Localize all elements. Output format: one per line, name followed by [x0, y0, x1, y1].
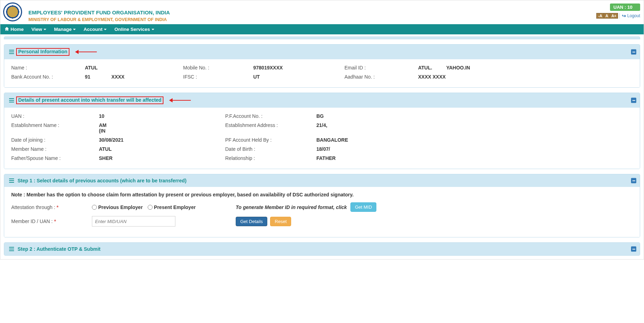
panel-step1: Step 1 : Select details of previous acco… — [4, 174, 640, 237]
main-nav: Home View Manage Account Online Services — [0, 24, 644, 34]
top-right-controls: -A A A+ ↪ Logout — [596, 13, 640, 19]
member-name-label: Member Name : — [11, 146, 88, 152]
nav-home[interactable]: Home — [5, 27, 24, 32]
org-subtitle: MINISTRY OF LABOUR & EMPLOYMENT, GOVERNM… — [28, 17, 167, 22]
uan-badge: UAN : 10 — [610, 4, 640, 11]
nav-view[interactable]: View — [32, 27, 47, 32]
radio-present-employer[interactable]: Present Employer — [148, 204, 196, 210]
mobile-label: Mobile No. : — [183, 65, 243, 70]
menu-icon — [9, 98, 14, 102]
nav-manage-label: Manage — [54, 27, 72, 32]
collapse-button[interactable] — [631, 98, 636, 103]
radio-present-employer-label: Present Employer — [154, 204, 196, 210]
est-name-value: AM (IN — [99, 122, 215, 134]
aadhaar-label: Aadhaar No. : — [344, 74, 408, 80]
nav-view-label: View — [32, 27, 42, 32]
father-spouse-value: SHER — [99, 155, 215, 161]
panel-step2: Step 2 : Authenticate OTP & Submit — [4, 242, 640, 256]
est-addr-label: Establishment Address : — [225, 122, 306, 134]
menu-icon — [9, 179, 14, 183]
est-name-label: Establishment Name : — [11, 122, 88, 134]
page-content: Personal Information Name : ATUL Mobile … — [0, 34, 644, 259]
chevron-down-icon — [73, 29, 76, 30]
dob-value: 18/07/ — [316, 146, 633, 152]
top-bar: EMPLOYEES' PROVIDENT FUND ORGANISATION, … — [0, 0, 644, 24]
est-addr-value: 21/4, — [316, 122, 633, 134]
menu-icon — [9, 247, 14, 251]
font-increase-button[interactable]: A+ — [610, 13, 618, 18]
member-id-label: Member ID / UAN : — [11, 218, 88, 224]
pf-label: P.F.Account No. : — [225, 113, 306, 119]
reset-button[interactable]: Reset — [270, 217, 291, 226]
home-icon — [5, 27, 9, 32]
ifsc-value: UT — [253, 74, 334, 80]
email-label: Email ID : — [344, 65, 408, 70]
ifsc-label: IFSC : — [183, 74, 243, 80]
get-mid-row: To generate Member ID in required format… — [236, 202, 633, 212]
attestation-row: Attestation through : Previous Employer … — [11, 202, 633, 212]
panel-step1-head[interactable]: Step 1 : Select details of previous acco… — [4, 174, 640, 187]
font-normal-button[interactable]: A — [604, 13, 610, 18]
bank-label: Bank Account No. : — [11, 74, 74, 80]
font-decrease-button[interactable]: -A — [597, 13, 604, 18]
highlight-arrow-icon — [169, 99, 191, 102]
uan-value: 10 — [99, 113, 215, 119]
logout-icon: ↪ — [622, 13, 626, 19]
dob-label: Date of Birth : — [225, 146, 306, 152]
member-id-input[interactable] — [92, 216, 175, 227]
highlight-arrow-icon — [75, 51, 97, 53]
panel-step2-title: Step 2 : Authenticate OTP & Submit — [18, 246, 100, 252]
member-name-value: ATUL — [99, 146, 215, 152]
get-mid-button[interactable]: Get MID — [350, 202, 376, 212]
bank-value: 91XXXX — [85, 74, 173, 80]
attestation-label: Attestation through : — [11, 204, 88, 210]
radio-present-employer-input[interactable] — [148, 205, 153, 210]
logout-label: Logout — [627, 13, 640, 18]
father-spouse-label: Father/Spouse Name : — [11, 155, 88, 161]
panel-personal-information: Personal Information Name : ATUL Mobile … — [4, 44, 640, 88]
email-value: ATUL.YAHOO.IN — [418, 65, 633, 70]
heldby-label: PF Account Held By : — [225, 137, 306, 143]
collapse-button[interactable] — [631, 247, 636, 252]
nav-online-services[interactable]: Online Services — [114, 27, 154, 32]
font-size-controls: -A A A+ — [596, 13, 618, 19]
get-details-button[interactable]: Get Details — [236, 217, 267, 226]
personal-grid: Name : ATUL Mobile No. : 978019XXXX Emai… — [11, 65, 633, 80]
pf-value: BG — [316, 113, 633, 119]
panel-step1-title: Step 1 : Select details of previous acco… — [18, 178, 187, 183]
member-id-row: Member ID / UAN : Get Details Reset — [11, 216, 633, 227]
nav-online-services-label: Online Services — [114, 27, 150, 32]
relationship-value: FATHER — [316, 155, 633, 161]
doj-value: 30/08/2021 — [99, 137, 215, 143]
attestation-radios: Previous Employer Present Employer — [92, 204, 232, 210]
present-grid: UAN : 10 P.F.Account No. : BG Establishm… — [11, 113, 633, 161]
panel-present-account: Details of present account into which tr… — [4, 93, 640, 169]
collapsed-strip — [4, 36, 640, 39]
radio-previous-employer-label: Previous Employer — [98, 204, 143, 210]
aadhaar-value: XXXX XXXX — [418, 74, 633, 80]
collapse-button[interactable] — [631, 49, 636, 55]
logout-link[interactable]: ↪ Logout — [619, 13, 640, 19]
panel-present-head[interactable]: Details of present account into which tr… — [4, 93, 640, 108]
epfo-logo — [3, 2, 22, 21]
panel-personal-head[interactable]: Personal Information — [4, 45, 640, 59]
nav-manage[interactable]: Manage — [54, 27, 76, 32]
heldby-value: BANGALORE — [316, 137, 633, 143]
radio-previous-employer[interactable]: Previous Employer — [92, 204, 143, 210]
action-buttons: Get Details Reset — [236, 217, 633, 226]
mobile-value: 978019XXXX — [253, 65, 334, 70]
panel-present-title: Details of present account into which tr… — [16, 96, 163, 104]
doj-label: Date of joining : — [11, 137, 88, 143]
name-value: ATUL — [85, 65, 173, 70]
panel-step2-head[interactable]: Step 2 : Authenticate OTP & Submit — [4, 243, 640, 255]
radio-previous-employer-input[interactable] — [92, 205, 97, 210]
generate-mid-text: To generate Member ID in required format… — [236, 204, 347, 210]
menu-icon — [9, 50, 14, 54]
name-label: Name : — [11, 65, 74, 70]
chevron-down-icon — [152, 29, 154, 30]
collapse-button[interactable] — [631, 178, 636, 183]
relationship-label: Relationship : — [225, 155, 306, 161]
nav-account-label: Account — [83, 27, 102, 32]
chevron-down-icon — [104, 29, 107, 30]
nav-account[interactable]: Account — [83, 27, 107, 32]
